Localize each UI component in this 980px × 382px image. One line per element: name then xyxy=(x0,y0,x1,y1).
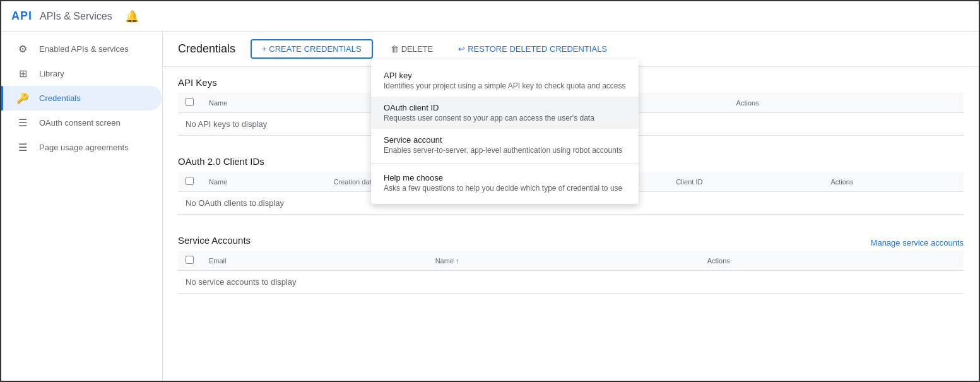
dropdown-item-api-key[interactable]: API key Identifies your project using a … xyxy=(371,64,639,97)
sa-name-header: Name ↑ xyxy=(428,251,700,271)
api-logo: API xyxy=(11,9,32,23)
sa-email-header: Email xyxy=(201,251,428,271)
sidebar-label-credentials: Credentials xyxy=(39,93,81,103)
api-key-desc: Identifies your project using a simple A… xyxy=(384,81,626,90)
page-header: Credentials + CREATE CREDENTIALS 🗑 DELET… xyxy=(163,32,979,67)
sa-select-all[interactable] xyxy=(186,256,194,264)
page-usage-icon: ☰ xyxy=(16,141,29,153)
sidebar-label-oauth-consent: OAuth consent screen xyxy=(39,118,121,128)
oauth-checkbox-header xyxy=(178,172,201,192)
service-accounts-section: Email Name ↑ Actions No service accounts… xyxy=(163,251,979,304)
oauth-client-desc: Requests user consent so your app can ac… xyxy=(384,114,626,122)
dropdown-item-help-choose[interactable]: Help me choose Asks a few questions to h… xyxy=(371,167,639,199)
sidebar-label-page-usage: Page usage agreements xyxy=(39,143,129,152)
restore-credentials-button[interactable]: ↩ RESTORE DELETED CREDENTIALS xyxy=(451,40,615,57)
restore-label: RESTORE DELETED CREDENTIALS xyxy=(468,44,607,54)
page-title: Credentials xyxy=(178,42,235,56)
manage-service-accounts-link[interactable]: Manage service accounts xyxy=(871,238,964,248)
library-icon: ⊞ xyxy=(16,68,29,80)
sort-up-icon: ↑ xyxy=(456,257,459,265)
help-choose-desc: Asks a few questions to help you decide … xyxy=(384,184,626,193)
oauth-icon: ☰ xyxy=(16,117,29,129)
oauth-actions-header: Actions xyxy=(823,172,964,192)
app-shell: API APIs & Services 🔔 ⚙ Enabled APIs & s… xyxy=(0,0,980,382)
top-bar: API APIs & Services 🔔 xyxy=(1,1,979,32)
sidebar-item-page-usage[interactable]: ☰ Page usage agreements xyxy=(1,135,162,160)
oauth-client-title: OAuth client ID xyxy=(384,103,626,112)
service-account-title: Service account xyxy=(384,135,626,145)
api-keys-checkbox-header xyxy=(178,93,201,113)
oauth-select-all[interactable] xyxy=(186,177,194,185)
sidebar-label-library: Library xyxy=(39,69,64,78)
service-accounts-title: Service Accounts xyxy=(178,235,251,246)
sa-checkbox-header xyxy=(178,251,201,271)
help-choose-title: Help me choose xyxy=(384,173,626,182)
dropdown-item-service-account[interactable]: Service account Enables server-to-server… xyxy=(371,129,639,161)
oauth-client-id-header: Client ID xyxy=(668,172,823,192)
app-title: APIs & Services xyxy=(40,11,112,22)
gear-icon: ⚙ xyxy=(16,43,29,55)
sidebar-item-enabled-apis[interactable]: ⚙ Enabled APIs & services xyxy=(1,37,162,61)
sidebar-item-library[interactable]: ⊞ Library xyxy=(1,61,162,86)
create-credentials-dropdown: API key Identifies your project using a … xyxy=(371,59,639,204)
main-layout: ⚙ Enabled APIs & services ⊞ Library 🔑 Cr… xyxy=(1,32,979,381)
restore-icon: ↩ xyxy=(458,44,465,54)
key-icon: 🔑 xyxy=(16,92,29,104)
sa-no-data: No service accounts to display xyxy=(178,271,964,294)
service-account-desc: Enables server-to-server, app-level auth… xyxy=(384,146,626,155)
sidebar: ⚙ Enabled APIs & services ⊞ Library 🔑 Cr… xyxy=(1,32,163,381)
notification-bell-icon[interactable]: 🔔 xyxy=(125,9,139,23)
delete-button[interactable]: 🗑 DELETE xyxy=(383,40,441,57)
sidebar-item-credentials[interactable]: 🔑 Credentials xyxy=(1,86,162,110)
sa-actions-header: Actions xyxy=(700,251,964,271)
dropdown-item-oauth-client[interactable]: OAuth client ID Requests user consent so… xyxy=(371,97,639,129)
oauth-name-header: Name xyxy=(201,172,326,192)
service-accounts-header-row: Service Accounts Manage service accounts xyxy=(163,225,979,251)
sidebar-label-enabled-apis: Enabled APIs & services xyxy=(39,44,129,54)
delete-label: DELETE xyxy=(401,44,434,54)
api-keys-select-all[interactable] xyxy=(186,98,194,106)
table-row: No service accounts to display xyxy=(178,271,964,294)
service-accounts-table: Email Name ↑ Actions No service accounts… xyxy=(178,251,964,294)
dropdown-divider xyxy=(371,164,639,164)
api-key-title: API key xyxy=(384,71,626,80)
sidebar-item-oauth-consent[interactable]: ☰ OAuth consent screen xyxy=(1,110,162,135)
trash-icon: 🗑 xyxy=(391,44,399,54)
create-credentials-button[interactable]: + CREATE CREDENTIALS xyxy=(251,39,373,59)
api-keys-actions-header: Actions xyxy=(729,93,964,113)
main-content: Credentials + CREATE CREDENTIALS 🗑 DELET… xyxy=(163,32,979,381)
